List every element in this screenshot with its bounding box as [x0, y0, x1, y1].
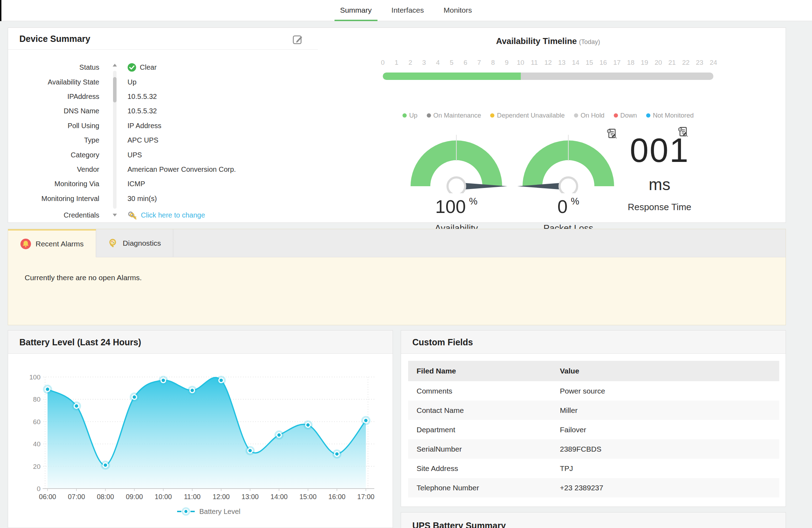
field-row-poll-using: Poll Using IP Address	[8, 119, 318, 133]
hour-tick: 19	[641, 59, 648, 67]
field-row-dns-name: DNS Name 10.5.5.32	[8, 104, 318, 118]
hour-tick: 4	[436, 59, 440, 67]
alarms-tab-bar: Recent Alarms Diagnostics	[8, 229, 786, 257]
ups-battery-summary-title: UPS Battery Summary	[401, 513, 786, 528]
packet-loss-gauge: 0% Packet Loss	[516, 133, 621, 234]
response-time-readout: 001 ms Response Time	[607, 118, 712, 213]
availability-progress-bar	[383, 73, 713, 80]
hour-tick: 18	[627, 59, 635, 67]
edit-icon[interactable]	[292, 33, 304, 45]
battery-level-chart: 02040608010006:0007:0008:0009:0010:0011:…	[8, 354, 393, 528]
hour-tick: 13	[558, 59, 566, 67]
svg-text:Battery Level: Battery Level	[199, 508, 241, 515]
svg-text:06:00: 06:00	[39, 493, 56, 501]
hour-tick: 20	[655, 59, 662, 67]
hour-tick: 24	[710, 59, 717, 67]
tab-diagnostics[interactable]: Diagnostics	[96, 229, 174, 257]
left-edge-strip	[0, 0, 1, 21]
maintenance-dot-icon	[427, 113, 431, 118]
svg-text:100: 100	[29, 373, 40, 381]
packet-loss-value: 0	[557, 196, 568, 217]
device-snapshot-page: Summary Interfaces Monitors Device Summa…	[0, 0, 812, 528]
availability-unit: %	[469, 196, 477, 207]
col-value: Value	[560, 361, 779, 381]
hour-tick: 15	[586, 59, 593, 67]
hour-tick: 6	[463, 59, 467, 67]
hour-tick: 11	[531, 59, 538, 67]
tab-recent-alarms[interactable]: Recent Alarms	[8, 229, 96, 257]
hour-tick: 2	[408, 59, 412, 67]
field-row-status: Status Clear	[8, 60, 318, 75]
hour-tick: 1	[395, 59, 399, 67]
table-row: Contact NameMiller	[408, 401, 779, 420]
alarms-panel: Recent Alarms Diagnostics Currently ther…	[8, 229, 786, 325]
legend-up: Up	[402, 112, 418, 119]
response-time-unit: ms	[607, 175, 712, 194]
svg-text:20: 20	[33, 463, 40, 470]
svg-text:09:00: 09:00	[126, 493, 143, 501]
table-row: CommentsPower source	[408, 381, 779, 401]
up-dot-icon	[402, 113, 407, 118]
table-row: Site AddressTPJ	[408, 459, 779, 478]
hour-tick: 22	[682, 59, 689, 67]
svg-text:10:00: 10:00	[155, 493, 172, 501]
legend-dependent-unavailable: Dependent Unavailable	[490, 112, 564, 119]
svg-text:12:00: 12:00	[213, 493, 230, 501]
scroll-up-icon[interactable]	[113, 64, 117, 67]
svg-text:13:00: 13:00	[242, 493, 259, 501]
svg-text:07:00: 07:00	[68, 493, 85, 501]
table-header-row: Filed Name Value	[408, 361, 779, 381]
table-row: SerialNumber2389FCBDS	[408, 439, 779, 459]
field-row-ipaddress: IPAddress 10.5.5.32	[8, 89, 318, 104]
availability-timeline-section: Availability Timeline(Today) 01234567891…	[374, 28, 730, 223]
scrollbar-thumb[interactable]	[113, 77, 117, 102]
col-filed-name: Filed Name	[408, 361, 560, 381]
hour-tick: 17	[613, 59, 621, 67]
svg-text:16:00: 16:00	[328, 493, 345, 501]
tab-summary[interactable]: Summary	[335, 0, 377, 21]
status-clear-icon	[127, 63, 136, 72]
response-time-value: 001	[607, 133, 712, 175]
alarm-bell-icon	[20, 238, 31, 250]
response-time-label: Response Time	[607, 202, 712, 213]
availability-value: 100	[435, 196, 466, 217]
svg-text:80: 80	[33, 396, 40, 403]
down-dot-icon	[614, 113, 618, 118]
availability-gauge-dial	[404, 133, 509, 193]
availability-timeline-subtitle: (Today)	[579, 38, 600, 45]
svg-text:40: 40	[33, 440, 40, 448]
hour-tick: 23	[696, 59, 703, 67]
top-tab-bar: Summary Interfaces Monitors	[0, 0, 812, 21]
hour-tick: 14	[572, 59, 579, 67]
custom-fields-panel: Custom Fields Filed Name Value CommentsP…	[401, 330, 786, 507]
field-row-monitoring-interval: Monitoring Interval 30 min(s)	[8, 191, 318, 206]
diagnostics-magnifier-icon	[108, 238, 119, 249]
table-row: DepartmentFailover	[408, 420, 779, 439]
battery-level-panel: Battery Level (Last 24 Hours) 0204060801…	[8, 330, 393, 528]
svg-text:15:00: 15:00	[299, 493, 317, 501]
hour-tick: 8	[491, 59, 495, 67]
timeline-hour-ticks: 0123456789101112131415161718192021222324	[383, 59, 713, 67]
credentials-change-link[interactable]: Click here to change	[141, 211, 205, 219]
svg-text:0: 0	[37, 485, 40, 492]
hour-tick: 0	[381, 59, 385, 67]
status-value: Clear	[140, 63, 157, 71]
scroll-down-icon[interactable]	[113, 214, 117, 216]
device-summary-title: Device Summary	[8, 28, 318, 50]
availability-up-segment	[383, 73, 521, 80]
table-row: Telephone Number+23 2389237	[408, 478, 779, 497]
field-row-credentials: Credentials Click here to change	[8, 208, 318, 222]
device-summary-scrollbar[interactable]	[112, 63, 117, 216]
hour-tick: 16	[599, 59, 607, 67]
hour-tick: 3	[422, 59, 426, 67]
svg-text:14:00: 14:00	[270, 493, 288, 501]
field-row-monitoring-via: Monitoring Via ICMP	[8, 177, 318, 191]
notmonitored-dot-icon	[646, 113, 650, 118]
tab-monitors[interactable]: Monitors	[438, 0, 478, 21]
svg-text:60: 60	[33, 418, 40, 426]
onhold-dot-icon	[574, 113, 578, 118]
tab-interfaces[interactable]: Interfaces	[386, 0, 430, 21]
ups-battery-summary-panel: UPS Battery Summary	[401, 512, 786, 528]
device-summary-section: Device Summary Status Clear Availability…	[8, 28, 318, 223]
legend-on-hold: On Hold	[574, 112, 605, 119]
